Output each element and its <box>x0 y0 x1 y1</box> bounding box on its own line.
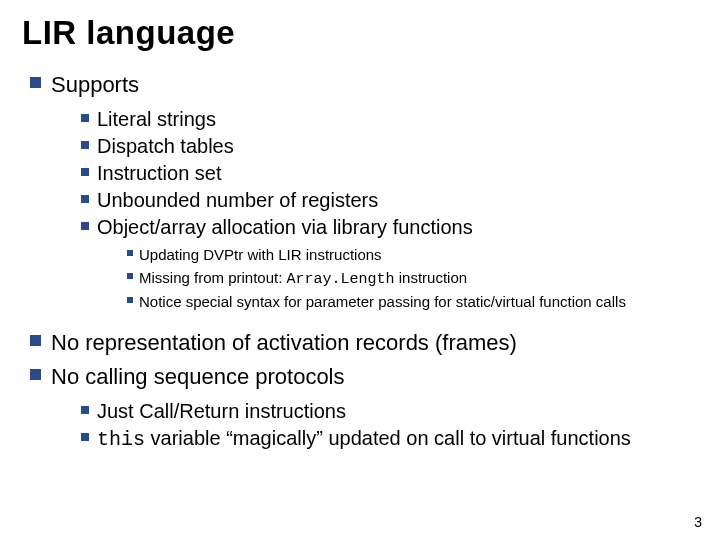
square-bullet-icon <box>127 273 133 279</box>
code-text: Array.Length <box>287 271 395 288</box>
item-call-return: Just Call/Return instructions <box>81 400 698 423</box>
square-bullet-icon <box>81 141 89 149</box>
item-no-activation-records: No representation of activation records … <box>30 330 698 356</box>
item-text: instruction <box>395 269 468 286</box>
item-text: Supports <box>51 72 139 97</box>
item-text: Missing from printout: <box>139 269 287 286</box>
item-text: No calling sequence protocols <box>51 364 345 389</box>
item-text: Dispatch tables <box>97 135 234 157</box>
item-special-syntax: Notice special syntax for parameter pass… <box>127 292 698 312</box>
item-text: Notice special syntax for parameter pass… <box>139 293 626 310</box>
square-bullet-icon <box>81 222 89 230</box>
bullet-list-level1: Supports Literal strings Dispatch tables… <box>30 72 698 455</box>
item-missing-printout: Missing from printout: Array.Length inst… <box>127 268 698 290</box>
item-text: Unbounded number of registers <box>97 189 378 211</box>
item-text: No representation of activation records … <box>51 330 517 355</box>
item-no-calling-protocols: No calling sequence protocols Just Call/… <box>30 364 698 455</box>
slide-title: LIR language <box>22 14 698 52</box>
item-instruction-set: Instruction set <box>81 162 698 185</box>
code-text: this <box>97 428 145 451</box>
square-bullet-icon <box>30 369 41 380</box>
item-text: Literal strings <box>97 108 216 130</box>
square-bullet-icon <box>30 77 41 88</box>
square-bullet-icon <box>30 335 41 346</box>
item-object-allocation: Object/array allocation via library func… <box>81 216 698 318</box>
bullet-list-level2: Just Call/Return instructions this varia… <box>81 400 698 451</box>
item-updating-dvptr: Updating DVPtr with LIR instructions <box>127 245 698 265</box>
square-bullet-icon <box>81 406 89 414</box>
item-text: variable “magically” updated on call to … <box>145 427 631 449</box>
square-bullet-icon <box>127 297 133 303</box>
item-text: Updating DVPtr with LIR instructions <box>139 246 382 263</box>
item-unbounded-registers: Unbounded number of registers <box>81 189 698 212</box>
square-bullet-icon <box>127 250 133 256</box>
item-text: Just Call/Return instructions <box>97 400 346 422</box>
item-text: Instruction set <box>97 162 222 184</box>
bullet-list-level2: Literal strings Dispatch tables Instruct… <box>81 108 698 318</box>
bullet-list-level3: Updating DVPtr with LIR instructions Mis… <box>127 245 698 312</box>
item-supports: Supports Literal strings Dispatch tables… <box>30 72 698 322</box>
square-bullet-icon <box>81 433 89 441</box>
item-text: Object/array allocation via library func… <box>97 216 473 238</box>
square-bullet-icon <box>81 114 89 122</box>
slide-number: 3 <box>694 514 702 530</box>
item-literal-strings: Literal strings <box>81 108 698 131</box>
item-this-variable: this variable “magically” updated on cal… <box>81 427 698 451</box>
square-bullet-icon <box>81 195 89 203</box>
square-bullet-icon <box>81 168 89 176</box>
item-dispatch-tables: Dispatch tables <box>81 135 698 158</box>
